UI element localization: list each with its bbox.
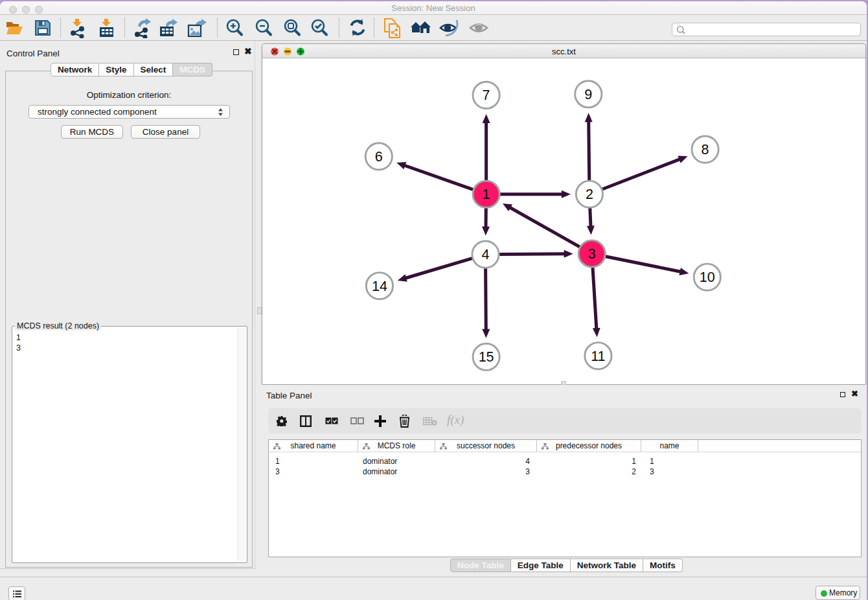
svg-text:4: 4 bbox=[482, 247, 490, 262]
svg-text:11: 11 bbox=[591, 349, 605, 364]
svg-text:15: 15 bbox=[479, 349, 494, 365]
svg-text:7: 7 bbox=[483, 87, 490, 103]
svg-text:9: 9 bbox=[584, 87, 592, 102]
svg-text:6: 6 bbox=[375, 149, 383, 165]
svg-text:2: 2 bbox=[586, 187, 593, 202]
svg-text:8: 8 bbox=[702, 142, 709, 157]
svg-text:3: 3 bbox=[588, 246, 596, 262]
svg-text:14: 14 bbox=[372, 279, 387, 294]
svg-text:1: 1 bbox=[483, 187, 490, 202]
svg-text:10: 10 bbox=[700, 270, 715, 285]
